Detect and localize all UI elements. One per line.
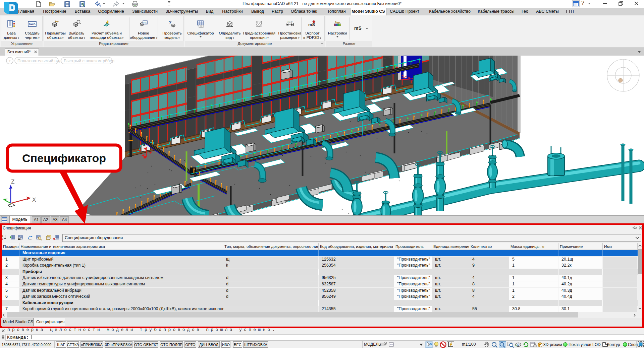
- svg-text:mS: mS: [308, 22, 315, 27]
- svg-text:?: ?: [168, 19, 171, 25]
- svg-text:2: 2: [2, 238, 3, 240]
- svg-text:010: 010: [143, 21, 147, 24]
- svg-text:X: X: [32, 197, 36, 203]
- svg-text:Спецификатор: Спецификатор: [22, 152, 106, 164]
- svg-text:Быстрый с показом рёбер: Быстрый с показом рёбер: [64, 59, 114, 63]
- svg-text:Z: Z: [11, 179, 14, 185]
- svg-text:Пользовательский вид: Пользовательский вид: [17, 59, 62, 63]
- svg-text:+: +: [8, 58, 11, 63]
- svg-text:10.5: 10.5: [287, 20, 292, 23]
- svg-text:DWG: DWG: [29, 23, 36, 26]
- svg-text:1: 1: [2, 235, 3, 237]
